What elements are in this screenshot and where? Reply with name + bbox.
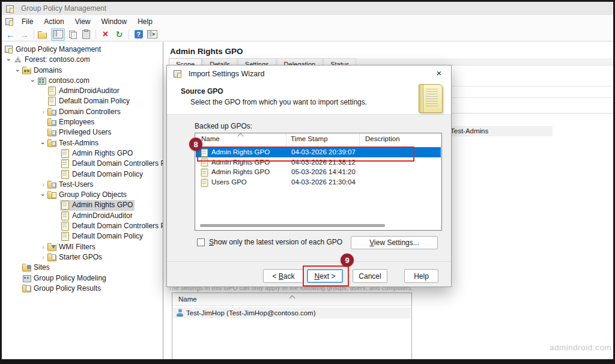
tree-item-gpo-link[interactable]: Admin Rights GPO xyxy=(2,148,163,159)
gpo-row[interactable]: Users GPO 04-03-2026 21:30:04 xyxy=(196,177,441,187)
tree-item-gpo-selected[interactable]: Admin Rights GPO xyxy=(2,200,163,210)
paste-icon[interactable] xyxy=(80,29,92,40)
backed-up-gpos-label: Backed up GPOs: xyxy=(195,122,252,130)
view-settings-button[interactable]: View Settings... xyxy=(351,236,438,249)
background-divider xyxy=(450,97,613,98)
forest-icon xyxy=(13,55,22,63)
gpo-icon xyxy=(201,169,209,176)
ou-folder-icon xyxy=(47,118,56,126)
gpo-link-icon xyxy=(61,159,70,167)
horizontal-scrollbar[interactable] xyxy=(200,224,385,227)
gpo-row[interactable]: Admin Rights GPO 05-03-2026 14:41:20 xyxy=(196,167,441,177)
user-icon xyxy=(176,309,184,317)
window-title: Group Policy Management xyxy=(21,4,106,13)
chevron-collapsed-icon[interactable] xyxy=(40,180,47,190)
chevron-collapsed-icon[interactable] xyxy=(40,242,47,252)
help-button[interactable]: Help xyxy=(404,269,438,283)
tree-item-ou[interactable]: Domain Controllers xyxy=(2,107,163,117)
refresh-icon[interactable]: ↻ xyxy=(113,29,126,40)
source-gpo-subheading: Select the GPO from which you want to im… xyxy=(190,98,367,106)
chevron-expanded-icon[interactable] xyxy=(40,190,47,200)
toolbar-separator xyxy=(34,29,34,39)
location-row[interactable]: Test-Admins xyxy=(450,126,553,136)
column-name[interactable]: Name xyxy=(201,135,220,142)
menu-help[interactable]: Help xyxy=(132,16,158,27)
gpo-folder-icon xyxy=(47,190,56,198)
tree-item-forest[interactable]: Forest: contoso.com xyxy=(2,55,163,65)
menu-action[interactable]: Action xyxy=(38,16,69,27)
chevron-expanded-icon[interactable] xyxy=(5,55,13,65)
chevron-collapsed-icon[interactable] xyxy=(40,252,47,262)
tree-item-wmi-filters[interactable]: WMI Filters xyxy=(2,242,163,252)
menu-window[interactable]: Window xyxy=(96,16,133,27)
tree-item-gpo-link[interactable]: Default Domain Policy xyxy=(2,96,163,106)
menu-view[interactable]: View xyxy=(70,16,96,27)
tree-item-domains[interactable]: Domains xyxy=(2,65,163,76)
tree-item-gpo-link[interactable]: Default Domain Policy xyxy=(2,169,163,180)
tree-item-gpo-folder[interactable]: Group Policy Objects xyxy=(2,190,163,200)
latest-version-checkbox-label[interactable]: Show only the latest version of each GPO xyxy=(209,238,342,246)
chevron-expanded-icon[interactable] xyxy=(29,76,37,86)
annotation-badge-9: 9 xyxy=(341,253,354,267)
chevron-expanded-icon[interactable] xyxy=(14,65,22,76)
cancel-button[interactable]: Cancel xyxy=(353,269,387,283)
title-bar: Group Policy Management xyxy=(2,2,613,15)
app-icon-small xyxy=(5,17,14,25)
security-list-header[interactable]: Name xyxy=(172,293,411,306)
gpo-link-icon xyxy=(47,97,56,105)
gpo-link-icon xyxy=(61,170,70,178)
gpo-icon xyxy=(61,222,70,229)
dialog-separator xyxy=(167,261,451,262)
security-filtering-list: Name Test-JimHop (Test-JimHop@contoso.co… xyxy=(172,293,412,361)
list-header: Name Time Stamp Description xyxy=(195,133,441,147)
copy-icon[interactable] xyxy=(66,29,79,40)
back-icon[interactable]: ← xyxy=(4,29,17,40)
tree-item-gpo-link[interactable]: Default Domain Controllers Po xyxy=(2,159,163,169)
column-description[interactable]: Description xyxy=(365,135,400,142)
menu-file[interactable]: File xyxy=(16,16,38,27)
gpo-icon xyxy=(61,232,70,240)
toolbar-separator xyxy=(129,29,129,39)
export-folder-icon[interactable] xyxy=(37,29,50,40)
tree-item-root[interactable]: Group Policy Management xyxy=(2,44,163,55)
close-icon[interactable]: × xyxy=(434,68,444,79)
domains-folder-icon xyxy=(22,66,31,74)
tree-item-gpo[interactable]: Default Domain Controllers Po xyxy=(2,221,163,231)
tree-item-ou[interactable]: Privileged Users xyxy=(2,127,163,138)
tree-item-starter-gpos[interactable]: Starter GPOs xyxy=(2,252,163,262)
starter-folder-icon xyxy=(47,253,56,261)
new-window-icon[interactable] xyxy=(146,29,159,40)
tree-item-ou[interactable]: Test-Admins xyxy=(2,138,163,148)
column-time-stamp[interactable]: Time Stamp xyxy=(291,135,328,142)
forward-icon[interactable]: → xyxy=(18,29,31,40)
tree-item-gp-modeling[interactable]: Group Policy Modeling xyxy=(2,273,163,284)
dialog-title-bar: Import Settings Wizard xyxy=(167,65,451,82)
ou-folder-icon xyxy=(47,139,56,147)
tree-item-ou[interactable]: Test-Users xyxy=(2,180,163,190)
latest-version-checkbox[interactable] xyxy=(197,238,205,246)
tree-item-gpo[interactable]: Default Domain Policy xyxy=(2,231,163,241)
scroll-parchment-icon xyxy=(419,84,443,113)
tree-item-contoso[interactable]: contoso.com xyxy=(2,76,163,86)
delete-icon[interactable]: × xyxy=(99,29,112,40)
console-tree: Group Policy Management Forest: contoso.… xyxy=(2,42,163,359)
tree-item-gp-results[interactable]: Group Policy Results xyxy=(2,284,163,294)
chevron-expanded-icon[interactable] xyxy=(40,138,47,148)
tree-item-ou[interactable]: Employees xyxy=(2,117,163,127)
gpo-link-icon xyxy=(47,86,56,94)
back-button[interactable]: < Back xyxy=(263,269,304,283)
security-list-row[interactable]: Test-JimHop (Test-JimHop@contoso.com) xyxy=(173,308,411,318)
tree-item-gpo[interactable]: AdminDroidAuditor xyxy=(2,211,163,221)
source-gpo-heading: Source GPO xyxy=(181,87,223,96)
wmi-folder-icon xyxy=(47,243,56,250)
annotation-box-step-9 xyxy=(303,265,349,287)
watermark: admindroid.com xyxy=(527,343,611,352)
tree-item-gpo-link[interactable]: AdminDroidAuditor xyxy=(2,86,163,96)
ou-folder-icon xyxy=(47,128,56,136)
tree-item-sites[interactable]: Sites xyxy=(2,262,163,273)
chevron-collapsed-icon[interactable] xyxy=(40,107,47,117)
gpo-icon xyxy=(201,178,209,186)
ou-folder-icon xyxy=(47,180,56,188)
show-console-tree-icon[interactable] xyxy=(51,28,65,41)
help-icon[interactable]: ? xyxy=(132,29,145,40)
